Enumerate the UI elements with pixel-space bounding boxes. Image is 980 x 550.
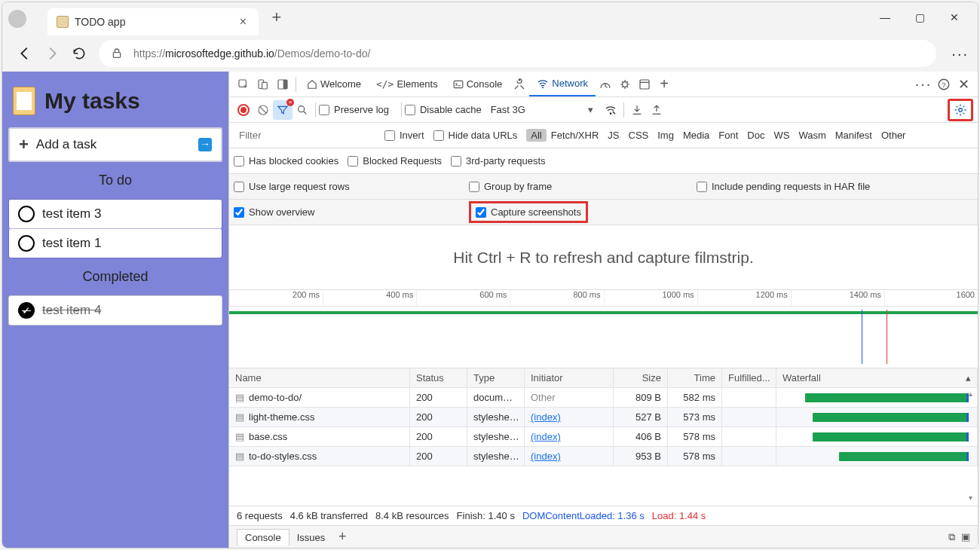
url-host: microsoftedge.github.io (165, 47, 274, 60)
drawer-issues-tab[interactable]: Issues (289, 529, 333, 545)
application-icon[interactable] (635, 75, 654, 94)
drawer-dock-icon[interactable]: ▣ (961, 531, 970, 543)
profile-avatar[interactable] (8, 10, 26, 28)
drawer-add-button[interactable]: + (332, 527, 352, 547)
dock-icon[interactable] (273, 75, 292, 94)
list-item[interactable]: test item 3 (8, 199, 222, 229)
performance-icon[interactable] (596, 75, 615, 94)
show-overview-checkbox[interactable]: Show overview (234, 206, 460, 218)
lock-icon (111, 47, 123, 60)
filter-all[interactable]: All (526, 129, 546, 142)
third-party-checkbox[interactable]: 3rd-party requests (451, 155, 546, 167)
browser-tab[interactable]: TODO app × (47, 8, 259, 35)
tab-elements[interactable]: </>Elements (369, 72, 446, 96)
record-button[interactable] (234, 100, 253, 120)
export-har-icon[interactable] (647, 100, 666, 120)
filter-toggle[interactable]: × (273, 100, 292, 120)
item-label: test item 1 (42, 236, 101, 251)
new-tab-button[interactable]: + (265, 7, 289, 31)
col-waterfall[interactable]: Waterfall▴ (776, 368, 978, 387)
table-row[interactable]: ▤to-do-styles.css200styleshe…(index)953 … (229, 447, 978, 466)
add-task-label: Add a task (36, 137, 96, 152)
filter-type[interactable]: CSS (624, 128, 654, 142)
preserve-log-checkbox[interactable]: Preserve log (319, 104, 389, 115)
scroll-down-button[interactable]: ▾ (964, 493, 976, 504)
add-task-button[interactable]: + Add a task → (8, 127, 222, 162)
hide-data-urls-checkbox[interactable]: Hide data URLs (433, 130, 518, 141)
filter-type[interactable]: Manifest (831, 128, 877, 142)
filter-input[interactable] (234, 127, 384, 144)
status-dcl: DOMContentLoaded: 1.36 s (522, 510, 645, 521)
col-size[interactable]: Size (614, 368, 668, 387)
large-rows-checkbox[interactable]: Use large request rows (234, 181, 460, 192)
drawer-expand-icon[interactable]: ⧉ (948, 531, 955, 543)
invert-checkbox[interactable]: Invert (384, 130, 424, 141)
browser-menu-button[interactable]: ··· (951, 45, 969, 63)
timeline-overview[interactable]: 200 ms400 ms600 ms800 ms1000 ms1200 ms14… (229, 290, 978, 368)
list-item[interactable]: test item 1 (8, 228, 222, 258)
svg-text:?: ? (942, 80, 946, 88)
tab-network[interactable]: Network (529, 72, 596, 96)
blocked-requests-checkbox[interactable]: Blocked Requests (348, 155, 442, 167)
table-header[interactable]: Name Status Type Initiator Size Time Ful… (229, 368, 978, 388)
group-by-frame-checkbox[interactable]: Group by frame (469, 181, 688, 192)
close-tab-button[interactable]: × (237, 15, 250, 29)
col-time[interactable]: Time (668, 368, 722, 387)
maximize-button[interactable]: ▢ (902, 7, 937, 31)
table-row[interactable]: ▤base.css200styleshe…(index)406 B578 ms (229, 427, 978, 447)
drawer-console-tab[interactable]: Console (237, 529, 289, 545)
filter-type[interactable]: Doc (743, 128, 769, 142)
address-bar[interactable]: https://microsoftedge.github.io/Demos/de… (99, 40, 936, 67)
col-initiator[interactable]: Initiator (525, 368, 614, 387)
close-devtools-button[interactable]: ✕ (954, 75, 973, 94)
minimize-button[interactable]: — (868, 7, 902, 31)
col-name[interactable]: Name (229, 368, 410, 387)
sources-icon[interactable] (510, 75, 529, 94)
filter-type[interactable]: Img (653, 128, 678, 142)
devtools-menu-button[interactable]: ··· (913, 75, 934, 94)
help-button[interactable]: ? (934, 75, 954, 94)
more-tabs-button[interactable]: + (654, 75, 674, 94)
requests-table: Name Status Type Initiator Size Time Ful… (229, 368, 978, 506)
app-heading: My tasks (13, 87, 222, 115)
settings-gear-button[interactable] (948, 99, 973, 121)
tab-console[interactable]: Console (446, 72, 510, 96)
table-row[interactable]: ▤demo-to-do/200docum…Other809 B582 ms (229, 388, 978, 408)
filter-type[interactable]: Font (714, 128, 743, 142)
col-fulfilled[interactable]: Fulfilled... (722, 368, 776, 387)
network-status-bar: 6 requests 4.6 kB transferred 8.4 kB res… (229, 506, 978, 525)
filter-type[interactable]: Wasm (794, 128, 830, 142)
refresh-button[interactable] (66, 40, 93, 67)
device-icon[interactable] (253, 75, 273, 94)
blocked-cookies-checkbox[interactable]: Has blocked cookies (234, 155, 338, 167)
import-har-icon[interactable] (627, 100, 647, 120)
svg-point-14 (299, 105, 305, 112)
tab-welcome[interactable]: Welcome (299, 72, 369, 96)
throttle-dropdown-icon[interactable]: ▾ (581, 100, 601, 120)
filter-type[interactable]: Other (877, 128, 911, 142)
clear-button[interactable] (253, 100, 273, 120)
list-item[interactable]: ✓test item 4 (8, 295, 222, 325)
col-type[interactable]: Type (467, 368, 525, 387)
network-conditions-icon[interactable] (601, 100, 620, 120)
scroll-up-button[interactable]: ▴ (964, 390, 976, 400)
back-button[interactable] (11, 40, 38, 67)
inspect-icon[interactable] (234, 75, 253, 94)
table-row[interactable]: ▤light-theme.css200styleshe…(index)527 B… (229, 408, 978, 427)
throttle-select[interactable]: Fast 3G (491, 104, 525, 115)
disable-cache-checkbox[interactable]: Disable cache (405, 104, 482, 115)
timeline-tick: 1400 ms (791, 290, 884, 306)
filter-type[interactable]: Media (678, 128, 714, 142)
pending-har-checkbox[interactable]: Include pending requests in HAR file (697, 181, 870, 192)
filter-row: Invert Hide data URLs All Fetch/XHRJSCSS… (229, 123, 978, 148)
close-window-button[interactable]: ✕ (937, 7, 972, 31)
svg-point-16 (959, 108, 963, 112)
favicon-icon (57, 16, 69, 28)
search-icon[interactable] (292, 100, 312, 120)
memory-icon[interactable] (615, 75, 635, 94)
filter-type[interactable]: JS (603, 128, 623, 142)
filter-type[interactable]: WS (769, 128, 794, 142)
col-status[interactable]: Status (410, 368, 467, 387)
capture-screenshots-checkbox[interactable]: Capture screenshots (469, 201, 588, 223)
filter-type[interactable]: Fetch/XHR (547, 128, 604, 142)
